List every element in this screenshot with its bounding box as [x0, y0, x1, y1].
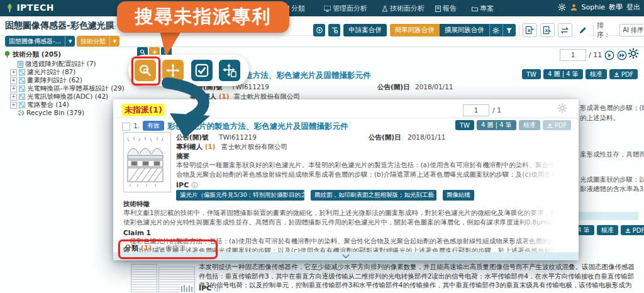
modal-item-badges: TW 4 圖 | 4 筆 核准 PDF: [455, 120, 571, 130]
lab-tools-icon-button[interactable]: [328, 24, 340, 36]
move-document-icon: [223, 64, 236, 77]
magnifier-search-icon: [138, 64, 152, 77]
expand-icon[interactable]: +: [10, 102, 17, 109]
expand-icon[interactable]: +: [10, 77, 17, 84]
last-page-icon[interactable]: [617, 50, 627, 60]
edit-button[interactable]: [575, 23, 590, 37]
pdf-badge[interactable]: PDF: [621, 225, 644, 235]
sort-select[interactable]: AI 排序 ▼: [619, 24, 644, 36]
bg-pub-date: 2018/01/11: [415, 83, 453, 91]
nav-report[interactable]: 報告: [435, 4, 457, 13]
extended-family-merge-button[interactable]: 擴展同族合併: [440, 24, 489, 36]
funnel-icon: [506, 27, 513, 34]
item-checkbox[interactable]: [122, 123, 130, 131]
next-page-icon[interactable]: [604, 50, 614, 60]
family-merge-group: 簡單同族合併 擴展同族合併: [390, 24, 516, 36]
toolbar-controls: 申請案合併 簡單同族合併 擴展同族合併 X X 排序： AI 排序 ▼ ZA: [313, 21, 644, 40]
bg-text-fragment: 的上述染料。: [580, 114, 619, 123]
export-excel-button[interactable]: X: [523, 23, 537, 37]
app-header: IPTECH 分類 管理面分析 技術面分析 報告 專案 Sophie 教學 登出: [0, 0, 644, 16]
country-badge[interactable]: TW: [522, 69, 541, 79]
svg-text:X: X: [545, 28, 548, 33]
simple-family-merge-button[interactable]: 簡單同族合併: [390, 24, 440, 36]
page-icon: [18, 61, 23, 68]
sort-value: AI 排序: [623, 26, 643, 35]
status-badge[interactable]: 核准: [597, 225, 618, 235]
tree-item-pixel-array[interactable]: + 畫素陣列設計 (62): [10, 76, 82, 85]
panel-settings-gear-icon[interactable]: [628, 48, 639, 59]
tree-root-tech-category[interactable]: 技術分類 (205): [4, 50, 61, 59]
tree-item-microlens[interactable]: 微透鏡陣列配置設計 (7): [18, 60, 96, 69]
folder-icon: [472, 6, 478, 12]
dataset-dropdown[interactable]: 固態圖像傳感器-... ▼: [5, 36, 75, 47]
filter-button[interactable]: [502, 24, 516, 36]
status-badge[interactable]: 核准: [586, 69, 607, 79]
merge-application-button[interactable]: 申請案合併: [343, 24, 387, 36]
nav-technical-analysis[interactable]: 技術面分析: [382, 4, 425, 13]
teach-link[interactable]: 教學: [609, 3, 623, 12]
patent-figure-thumbnail[interactable]: [123, 132, 171, 192]
ipc-tag[interactable]: 濾光片（偏振元件見5/30；特別用於攝影目的之濾...: [176, 190, 304, 201]
download-icon: [547, 123, 553, 128]
batch-transfer-button[interactable]: [558, 23, 572, 37]
tree-item-adc[interactable]: + 光電訊號轉換器(ADC) (42): [10, 92, 108, 101]
similar-search-icon-button[interactable]: [313, 24, 325, 36]
checkbox-check-icon: [195, 64, 209, 77]
pdf-badge[interactable]: PDF: [609, 69, 638, 79]
expand-icon[interactable]: +: [10, 94, 17, 101]
remove-tag-icon[interactable]: ×: [156, 244, 162, 252]
tree-item-label: 微透鏡陣列配置設計 (7): [25, 60, 96, 69]
page-number-input[interactable]: [560, 49, 586, 61]
ipc-tag[interactable]: 圖像結構: [443, 190, 474, 201]
info-icon[interactable]: [191, 182, 198, 189]
pdf-badge-label: PDF: [633, 227, 644, 234]
nav-management-analysis[interactable]: 管理面分析: [324, 4, 367, 13]
bg-expand-bar[interactable]: [579, 212, 638, 220]
category-dropdown[interactable]: 技術分類 ▼: [77, 36, 119, 47]
total-count-label: 共：: [106, 23, 118, 31]
annotation-callout: 搜尋未指派專利: [117, 1, 289, 33]
bg-text-fragment: 光成圖案狀的步驟；以及: [580, 175, 644, 184]
tree-item-photoelectric-zone[interactable]: + 光電轉換區-半導體基板設計 (29): [10, 84, 125, 93]
pencil-icon: [579, 26, 587, 35]
tree-item-filter-design[interactable]: + 濾光片設計 (87): [10, 68, 75, 77]
callout-text: 搜尋未指派專利: [135, 4, 272, 30]
app-logo[interactable]: IPTECH: [6, 3, 54, 13]
info-icon[interactable]: [214, 285, 221, 292]
ipc-tag[interactable]: 圖紋面，如印刷表面之照相製版；如光刻工藝；圖...: [311, 190, 436, 201]
patent-document-thumbnail[interactable]: [158, 267, 195, 293]
settings-gear-icon[interactable]: [558, 3, 566, 11]
figures-claims-badge[interactable]: 4 圖 | 4 筆: [543, 69, 583, 79]
patent-figure-thumbnail[interactable]: [131, 264, 157, 293]
modal-page-input[interactable]: [463, 104, 489, 116]
figures-claims-badge[interactable]: 4 圖 | 4 筆: [477, 120, 516, 130]
pdf-badge[interactable]: PDF: [543, 120, 571, 130]
ipc-label: IPC: [176, 181, 189, 189]
classification-row: 分類 (1) × 未指派: [125, 243, 186, 253]
nav-label: 管理面分析: [333, 4, 367, 13]
country-badge[interactable]: TW: [455, 120, 474, 130]
export-excel-alt-button[interactable]: X: [540, 23, 555, 37]
tree-item-circuit-integration[interactable]: + 電路整合 (14): [10, 101, 69, 109]
merge-settings-button[interactable]: [489, 24, 502, 36]
modal-expand-bar[interactable]: [113, 252, 579, 260]
recycle-icon: [18, 109, 25, 116]
assignee: 富士軟片股份有限公司: [221, 143, 287, 152]
tree-item-label: 電路整合 (14): [27, 101, 69, 109]
user-icon[interactable]: [570, 3, 578, 11]
svg-text:X: X: [528, 28, 531, 33]
logout-link[interactable]: 登出: [626, 3, 640, 12]
unassigned-tag[interactable]: 未指派: [165, 243, 186, 253]
project-title: 固態圖像傳感器-彩色濾光膜: [5, 20, 114, 31]
bg-text-fragment: 案形成性並存，具體而: [580, 150, 644, 159]
modal-settings-gear-icon[interactable]: [557, 103, 567, 113]
modal-page-navigation: / 1: [463, 104, 501, 116]
user-name[interactable]: Sophie: [582, 3, 606, 11]
nav-project[interactable]: 專案: [472, 4, 494, 13]
tree-icon: [4, 51, 11, 58]
expand-icon[interactable]: +: [10, 69, 17, 76]
tree-item-recycle-bin[interactable]: Recycle Bin (379): [18, 109, 84, 116]
expand-icon[interactable]: +: [10, 86, 17, 92]
tree-item-label: 濾光片設計 (87): [27, 68, 75, 77]
status-badge[interactable]: 核准: [519, 120, 540, 130]
